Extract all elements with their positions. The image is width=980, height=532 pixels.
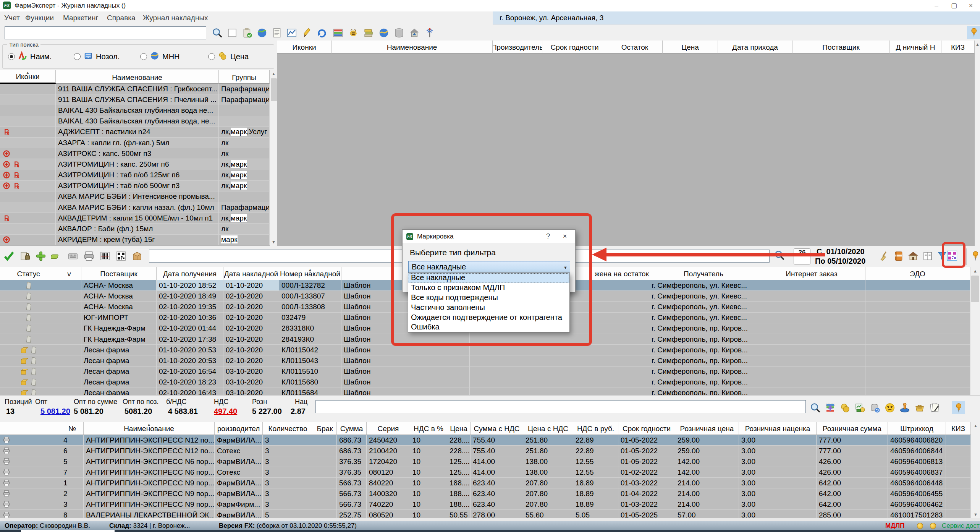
table-row[interactable]: АЗИТРОМИЦИН : капс. 250мг п6лк,марк [0,159,270,170]
barcode-icon[interactable] [99,250,112,263]
date-to[interactable]: По 05/10/2020 [815,257,865,266]
table-row[interactable]: 5АНТИГРИППИН-ЭКСПРЕСС N6 пор...ФармВИЛА.… [0,456,971,467]
filter-option-6[interactable]: Ошибка [408,322,569,332]
column-header[interactable]: Дата получения [157,267,223,280]
column-header[interactable]: Остаток [607,41,663,54]
column-header[interactable]: Дата прихода [718,41,792,54]
table-row[interactable]: 3АНТИГРИППИН-ЭКСПРЕСС N9 пор...ФармФирм.… [0,499,971,510]
column-header[interactable]: Цена с НДС [523,422,573,435]
pencil-icon[interactable] [300,26,313,39]
eraser-icon[interactable] [50,250,63,263]
globe2-icon[interactable] [377,26,390,39]
broom-icon[interactable] [878,250,891,263]
check-icon[interactable] [2,250,15,263]
column-header[interactable]: Цена [663,41,718,54]
column-header[interactable]: № [61,422,84,435]
column-header[interactable]: Интернет заказ [758,267,865,280]
antenna-icon[interactable] [423,26,436,39]
basket-icon[interactable] [913,401,926,414]
column-header[interactable]: Иконки [277,41,332,54]
pin-icon[interactable] [952,401,965,414]
stamp-icon[interactable] [898,401,911,414]
column-header[interactable]: ЭДО [865,267,970,280]
search-type-option-4[interactable]: Цена [208,51,249,62]
column-header[interactable]: Поставщик [81,267,157,280]
column-header[interactable]: Брак [313,422,337,435]
menu-item-4[interactable]: Справка [107,14,136,22]
table-row[interactable]: АКРИДЕРМ : крем (туба) 15гмарк [0,235,270,245]
filter-option-2[interactable]: Только с признаком МДЛП [408,283,569,293]
column-header[interactable]: Срок годности [542,41,607,54]
column-header[interactable]: Группы [219,70,270,84]
coins-refresh-icon[interactable] [868,401,881,414]
filter-type-combobox[interactable]: Все накладные ▼ [408,261,570,273]
bee-icon[interactable] [347,26,360,39]
column-header[interactable]: Получатель [649,267,758,280]
menu-item-2[interactable]: Функции [25,14,54,22]
column-header[interactable]: Розничная сумма [817,422,888,435]
table-row[interactable]: АЗИТРОМИЦИН : таб п/об 125мг п6лк,марк [0,170,270,181]
table-row[interactable]: АЗИТРОКС : капс. 500мг п3лк [0,148,270,159]
filter-option-1[interactable]: Все накладные [408,273,569,283]
calendar-icon[interactable]: 26 [794,248,810,264]
menu-item-3[interactable]: Маркетинг [63,14,98,22]
dialog-close-icon[interactable]: × [558,232,571,240]
search-type-option-3[interactable]: МНН [140,51,180,62]
table-row[interactable]: Лесан фарма02-10-2020 18:2303-10-2020КЛ0… [0,377,970,388]
column-header[interactable]: Наименование [332,41,493,54]
notes-icon[interactable] [270,26,283,39]
table-row[interactable]: 2АНТИГРИППИН-ЭКСПРЕСС N9 пор...ФармВИЛА.… [0,488,971,499]
checkbox-icon[interactable] [226,26,239,39]
items-scrollbar[interactable]: ▲ ▼ [971,422,980,518]
table-row[interactable]: Лесан фарма02-10-2020 16:4303-10-2020КЛ0… [0,388,970,395]
column-header[interactable]: Производитель [493,41,542,54]
clipboard-check-icon[interactable] [241,26,254,39]
table-row[interactable]: Лесан фарма01-10-2020 20:5302-10-2020КЛ0… [0,355,970,366]
journal-icon[interactable] [921,250,934,263]
table-row[interactable]: АДЖИСЕПТ : пастилки n24лк,марк,Услуг [0,127,270,138]
minimize-button[interactable]: – [928,1,945,11]
invoice-scrollbar[interactable]: ▲ [970,267,980,395]
filter-option-4[interactable]: Частично заполнены [408,302,569,312]
column-header[interactable]: КИЗ [941,41,975,54]
table-row[interactable]: 4АНТИГРИППИН-ЭКСПРЕСС N12 по...ФармВИЛА.… [0,435,971,446]
globe-icon[interactable] [256,26,268,39]
column-header[interactable]: Розничная цена [675,422,739,435]
column-header[interactable]: Серия [367,422,410,435]
search-type-option-1[interactable]: Наим. [8,51,52,62]
column-header[interactable]: НДС в руб. [573,422,618,435]
table-row[interactable]: 1АНТИГРИППИН-ЭКСПРЕСС N9 пор...ФармВИЛА.… [0,478,971,488]
column-header[interactable]: v [57,267,81,280]
coins-icon[interactable] [839,401,852,414]
search-icon[interactable] [211,26,224,39]
menu-item-5[interactable]: Журнал накладных [143,14,208,22]
column-header[interactable]: Розничная наценка [739,422,817,435]
table-row[interactable]: 6АНТИГРИППИН-ЭКСПРЕСС N12 по...Сотекс368… [0,446,971,456]
printer-icon[interactable] [82,250,95,263]
column-header[interactable] [0,422,61,435]
search-icon[interactable] [809,401,822,414]
pin-icon[interactable] [969,249,980,262]
column-header[interactable]: ▲Иконки [0,70,56,84]
table-row[interactable]: Лесан фарма01-10-2020 20:5302-10-2020КЛ0… [0,345,970,355]
redo-icon[interactable] [315,26,328,39]
column-header[interactable]: Статус [0,267,57,280]
table-row[interactable]: BAIKAL 430 Байкальская глубинная вода не… [0,105,270,116]
table-row[interactable]: АКВА МАРИС БЭБИ : капли назал. (фл.) 10м… [0,202,270,213]
filter-option-5[interactable]: Ожидается подтверждение от контрагента [408,312,569,322]
address-book-icon[interactable] [892,250,905,263]
menu-item-1[interactable]: Учет [4,14,20,22]
column-header[interactable]: НДС в % [410,422,447,435]
column-header[interactable]: Д ничный Н [890,41,941,54]
column-header[interactable]: Дата накладной [223,267,279,280]
dialog-title-bar[interactable]: FX Маркировка ? × [403,230,575,243]
column-header[interactable]: Наименование [56,70,219,84]
table-row[interactable]: 911 ВАША СЛУЖБА СПАСЕНИЯ : Пчелиный ...П… [0,94,270,105]
table-colored-icon[interactable] [332,26,344,39]
chart-money-icon[interactable] [854,401,867,414]
books-icon[interactable] [362,26,375,39]
column-header[interactable]: роизводител [215,422,263,435]
qr-icon[interactable] [115,250,128,263]
home-up-icon[interactable] [408,26,421,39]
top-search-input[interactable] [5,26,206,39]
